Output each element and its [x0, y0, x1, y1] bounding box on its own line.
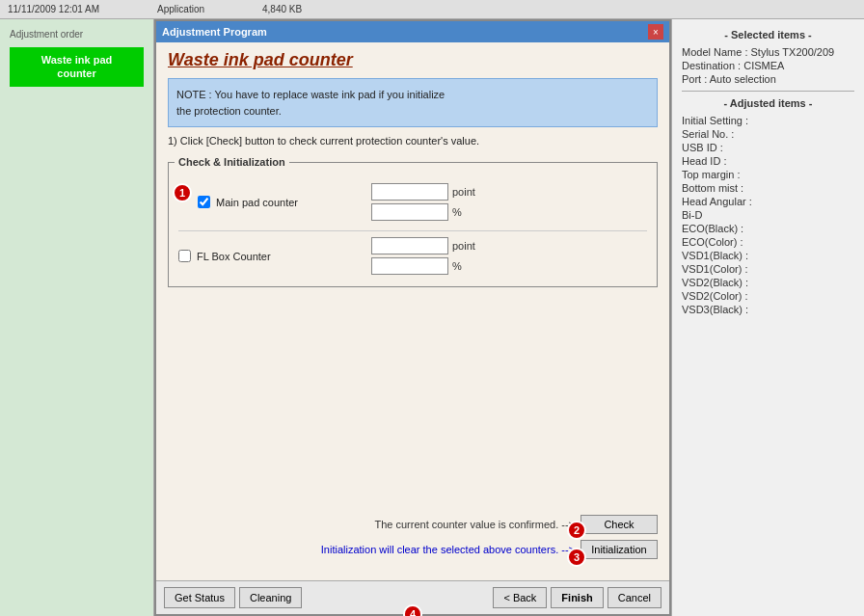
main-pad-values: point % [371, 183, 475, 221]
check-row: The current counter value is confirmed. … [168, 515, 658, 534]
badge-4: 4 [403, 604, 422, 616]
waste-ink-pad-button[interactable]: Waste ink padcounter [10, 47, 144, 87]
init-row: Initialization will clear the selected a… [168, 540, 658, 559]
adjusted-items-title: - Adjusted items - [682, 97, 854, 109]
main-pad-percent-label: % [452, 206, 462, 218]
selected-items-title: - Selected items - [682, 29, 854, 40]
file-type: Application [157, 4, 204, 14]
instruction-text: 1) Click [Check] button to check current… [168, 135, 658, 147]
check-button[interactable]: Check [580, 515, 658, 534]
usb-id: USB ID : [682, 142, 854, 153]
fl-box-percent-row: % [371, 257, 475, 275]
note-line1: NOTE : You have to replace waste ink pad… [176, 87, 649, 103]
main-pad-counter-row: 1 Main pad counter point % [178, 183, 647, 221]
bottom-mist: Bottom mist : [682, 182, 854, 194]
status-area: The current counter value is confirmed. … [168, 297, 658, 573]
back-button[interactable]: < Back [493, 587, 547, 608]
destination: Destination : CISMEA [682, 60, 854, 71]
badge-2: 2 [567, 521, 586, 540]
eco-color: ECO(Color) : [682, 236, 854, 248]
vsd2-black: VSD2(Black) : [682, 277, 854, 288]
fl-box-point-input[interactable] [371, 237, 448, 254]
file-date: 11/11/2009 12:01 AM [8, 4, 99, 14]
fl-box-point-row: point [371, 237, 475, 254]
badge-3: 3 [567, 548, 586, 567]
file-bar: 11/11/2009 12:01 AM Application 4,840 KB [0, 0, 864, 19]
fl-box-checkbox[interactable] [178, 250, 191, 262]
initial-setting: Initial Setting : [682, 115, 854, 126]
check-initialization-group: Check & Initialization 1 Main pad counte… [168, 156, 658, 287]
adjustment-program-dialog: Adjustment Program × Waste ink pad count… [154, 19, 671, 616]
vsd2-color: VSD2(Color) : [682, 290, 854, 302]
main-pad-point-row: point [371, 183, 475, 201]
dialog-heading: Waste ink pad counter [168, 50, 658, 70]
main-pad-checkbox[interactable] [198, 196, 210, 208]
note-line2: the protection counter. [176, 103, 649, 120]
main-pad-point-label: point [452, 186, 475, 198]
adjustment-order-title: Adjustment order [10, 29, 144, 40]
dialog-content: Waste ink pad counter NOTE : You have to… [156, 42, 669, 580]
main-pad-percent-input[interactable] [371, 203, 448, 221]
fl-box-label[interactable]: FL Box Counter [178, 250, 371, 262]
bi-d: Bi-D [682, 209, 854, 221]
fl-box-percent-input[interactable] [371, 257, 448, 275]
fl-box-percent-label: % [452, 260, 462, 272]
cancel-button[interactable]: Cancel [608, 587, 662, 608]
fl-box-values: point % [371, 237, 475, 275]
port: Port : Auto selection [682, 73, 854, 85]
vsd3-black: VSD3(Black) : [682, 304, 854, 315]
left-sidebar: Adjustment order Waste ink padcounter [0, 19, 154, 616]
fl-box-point-label: point [452, 240, 475, 252]
vsd1-color: VSD1(Color) : [682, 263, 854, 275]
main-pad-percent-row: % [371, 203, 475, 221]
group-legend: Check & Initialization [175, 156, 289, 168]
cleaning-button[interactable]: Cleaning [239, 587, 302, 608]
dialog-titlebar: Adjustment Program × [156, 21, 669, 42]
badge-1: 1 [173, 183, 192, 202]
fl-box-counter-row: FL Box Counter point % [178, 237, 647, 275]
right-sidebar: - Selected items - Model Name : Stylus T… [671, 19, 864, 616]
head-id: Head ID : [682, 155, 854, 167]
bottom-nav: Get Status Cleaning < Back Finish Cancel… [156, 580, 669, 614]
eco-black: ECO(Black) : [682, 223, 854, 234]
head-angular: Head Angular : [682, 196, 854, 207]
file-size: 4,840 KB [262, 4, 302, 14]
main-pad-label[interactable]: Main pad counter [178, 196, 371, 208]
initialization-button[interactable]: Initialization [580, 540, 658, 559]
finish-button[interactable]: Finish [551, 587, 603, 608]
model-name: Model Name : Stylus TX200/209 [682, 46, 854, 58]
status-text: The current counter value is confirmed. … [168, 519, 575, 530]
top-margin: Top margin : [682, 169, 854, 180]
vsd1-black: VSD1(Black) : [682, 250, 854, 261]
serial-no: Serial No. : [682, 128, 854, 140]
get-status-button[interactable]: Get Status [164, 587, 235, 608]
init-text: Initialization will clear the selected a… [168, 544, 575, 555]
close-button[interactable]: × [648, 24, 663, 40]
main-pad-point-input[interactable] [371, 183, 448, 201]
note-box: NOTE : You have to replace waste ink pad… [168, 78, 658, 127]
dialog-title: Adjustment Program [162, 26, 267, 38]
